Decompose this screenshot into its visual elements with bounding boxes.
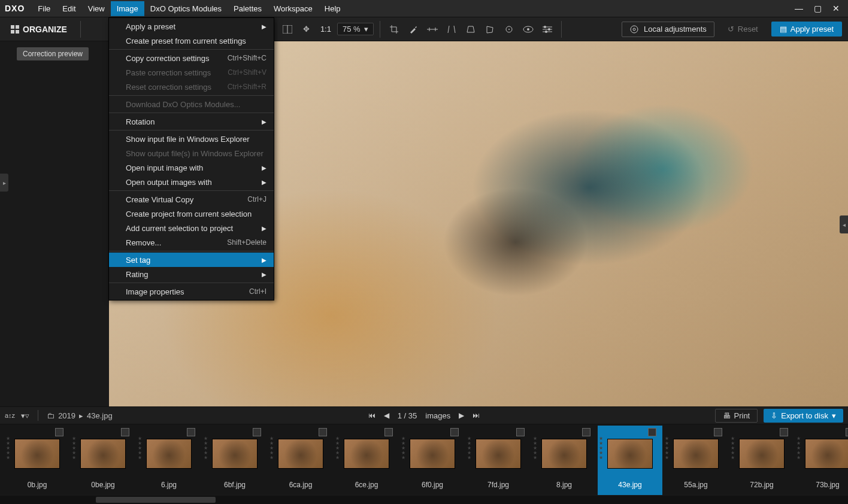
rating-stars[interactable]: ★★★★★ [138, 436, 142, 460]
thumbnail[interactable]: ★★★★★6.jpg [137, 426, 201, 495]
correction-preview-badge[interactable]: Correction preview [17, 47, 89, 60]
menu-item-rotation[interactable]: Rotation▶ [109, 114, 274, 129]
rating-stars[interactable]: ★★★★★ [731, 436, 735, 460]
thumb-badge-icon [648, 428, 656, 436]
printer-icon: 🖶 [723, 411, 731, 420]
perspective-vert-icon[interactable] [444, 22, 459, 37]
repair-icon[interactable] [501, 22, 517, 37]
thumbnail[interactable]: ★★★★★73b.jpg [795, 426, 848, 495]
thumbnail[interactable]: ★★★★★8.jpg [532, 426, 596, 495]
close-icon[interactable]: ✕ [832, 4, 840, 13]
minimize-icon[interactable]: — [795, 4, 803, 13]
menu-optics[interactable]: DxO Optics Modules [144, 1, 228, 16]
breadcrumb[interactable]: 🗀 2019 ▸ 43e.jpg [47, 411, 113, 420]
thumbnail[interactable]: ★★★★★6f0.jpg [400, 426, 465, 495]
reset-button[interactable]: ↺ Reset [720, 22, 765, 36]
menu-separator [109, 190, 274, 191]
menu-item-create-preset-from-current-settings[interactable]: Create preset from current settings [109, 34, 274, 48]
menu-item-apply-a-preset[interactable]: Apply a preset▶ [109, 19, 274, 34]
rating-stars[interactable]: ★★★★★ [204, 436, 208, 460]
first-icon[interactable]: ⏮ [368, 411, 375, 420]
menu-item-remove[interactable]: Remove...Shift+Delete [109, 235, 274, 250]
last-icon[interactable]: ⏭ [473, 411, 480, 420]
filter-icon[interactable]: ▾▿ [21, 411, 29, 420]
menu-item-open-input-image-with[interactable]: Open input image with▶ [109, 160, 274, 175]
menu-item-label: Create Virtual Copy [126, 195, 193, 204]
expand-right-icon[interactable]: ◂ [840, 215, 848, 233]
menu-help[interactable]: Help [319, 1, 347, 16]
menu-workspace[interactable]: Workspace [268, 1, 319, 16]
export-button[interactable]: ⇩ Export to disk ▾ [764, 409, 843, 423]
compare-split-icon[interactable] [280, 22, 295, 37]
horizon-icon[interactable] [425, 22, 440, 37]
filmstrip[interactable]: ★★★★★0b.jpg★★★★★0be.jpg★★★★★6.jpg★★★★★6b… [0, 424, 848, 495]
thumb-image [80, 439, 126, 469]
rating-stars[interactable]: ★★★★★ [269, 436, 274, 460]
zoom-1to1[interactable]: 1:1 [318, 25, 334, 34]
rating-stars[interactable]: ★★★★★ [599, 436, 603, 460]
organize-label: ORGANIZE [23, 25, 67, 34]
menu-item-copy-correction-settings[interactable]: Copy correction settingsCtrl+Shift+C [109, 51, 274, 65]
menu-item-create-virtual-copy[interactable]: Create Virtual CopyCtrl+J [109, 192, 274, 207]
rating-stars[interactable]: ★★★★★ [6, 436, 10, 460]
menu-item-open-output-images-with[interactable]: Open output images with▶ [109, 175, 274, 189]
thumb-badge-icon [253, 428, 261, 436]
adjust-icon[interactable] [540, 22, 555, 37]
horizontal-scrollbar[interactable] [0, 496, 848, 504]
menu-item-rating[interactable]: Rating▶ [109, 267, 274, 281]
thumbnail[interactable]: ★★★★★0b.jpg [5, 426, 69, 495]
menu-file[interactable]: File [32, 1, 56, 16]
thumb-filename: 0b.jpg [28, 481, 47, 489]
menubar: DXO File Edit View Image DxO Optics Modu… [0, 0, 848, 17]
thumb-filename: 55a.jpg [684, 481, 707, 489]
thumbnail[interactable]: ★★★★★6bf.jpg [202, 426, 267, 495]
menu-image[interactable]: Image [111, 1, 144, 16]
sort-icon[interactable]: a↕z [5, 412, 15, 419]
menu-view[interactable]: View [82, 1, 111, 16]
prev-icon[interactable]: ◀ [384, 411, 389, 420]
perspective-rect-icon[interactable] [463, 22, 478, 37]
target-icon [629, 25, 639, 34]
perspective-8pt-icon[interactable] [482, 22, 498, 37]
eyedropper-icon[interactable] [405, 22, 421, 37]
maximize-icon[interactable]: ▢ [814, 4, 822, 13]
rating-stars[interactable]: ★★★★★ [796, 436, 801, 460]
menu-palettes[interactable]: Palettes [228, 1, 268, 16]
apply-preset-button[interactable]: ▤ Apply preset [771, 22, 842, 37]
menu-item-create-project-from-current-selection[interactable]: Create project from current selection [109, 207, 274, 221]
thumb-image [607, 439, 653, 469]
menu-item-label: Set tag [126, 256, 150, 265]
redeye-icon[interactable] [520, 22, 536, 37]
thumbnail[interactable]: ★★★★★72b.jpg [729, 426, 794, 495]
print-button[interactable]: 🖶 Print [715, 409, 758, 423]
rating-stars[interactable]: ★★★★★ [72, 436, 76, 460]
thumb-filename: 7fd.jpg [487, 481, 509, 489]
rating-stars[interactable]: ★★★★★ [335, 436, 340, 460]
menu-item-show-input-file-in-windows-explorer[interactable]: Show input file in Windows Explorer [109, 132, 274, 146]
thumbnail[interactable]: ★★★★★0be.jpg [71, 426, 135, 495]
thumbnail[interactable]: ★★★★★6ce.jpg [334, 426, 399, 495]
rating-stars[interactable]: ★★★★★ [467, 436, 471, 460]
menu-edit[interactable]: Edit [56, 1, 81, 16]
zoom-dropdown[interactable]: 75 % ▾ [337, 23, 374, 35]
menu-item-set-tag[interactable]: Set tag▶ [109, 253, 274, 267]
next-icon[interactable]: ▶ [459, 411, 464, 420]
thumb-image [805, 439, 848, 469]
thumbnail[interactable]: ★★★★★55a.jpg [664, 426, 728, 495]
local-adjustments-button[interactable]: Local adjustments [622, 22, 714, 37]
scrollbar-thumb[interactable] [96, 497, 216, 503]
crop-icon[interactable] [386, 22, 402, 37]
menu-item-add-current-selection-to-project[interactable]: Add current selection to project▶ [109, 221, 274, 235]
thumbnail[interactable]: ★★★★★7fd.jpg [466, 426, 531, 495]
rating-stars[interactable]: ★★★★★ [533, 436, 537, 460]
thumbnail[interactable]: ★★★★★6ca.jpg [268, 426, 333, 495]
organize-button[interactable]: ORGANIZE [6, 22, 72, 37]
undo-icon: ↺ [728, 25, 734, 34]
rating-stars[interactable]: ★★★★★ [665, 436, 669, 460]
move-icon[interactable]: ✥ [299, 22, 314, 37]
menu-item-image-properties[interactable]: Image propertiesCtrl+I [109, 284, 274, 299]
menu-item-label: Open input image with [126, 163, 203, 172]
expand-left-icon[interactable]: ▸ [0, 174, 8, 192]
rating-stars[interactable]: ★★★★★ [401, 436, 405, 460]
thumbnail[interactable]: ★★★★★43e.jpg [598, 426, 662, 495]
